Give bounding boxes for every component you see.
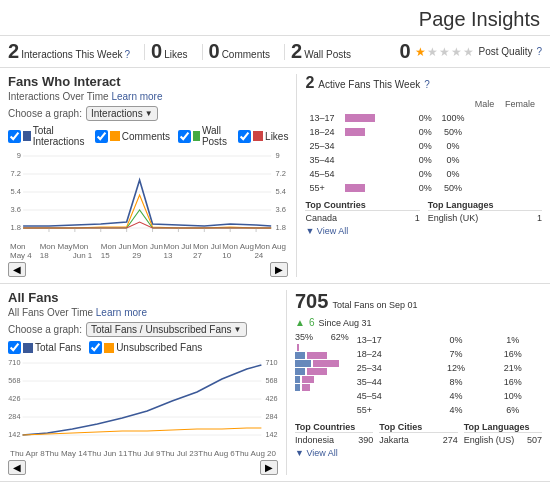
all-age-4554: 45–54 — [355, 390, 427, 402]
page-title: Page Insights — [0, 0, 550, 36]
age-col-header — [307, 98, 341, 110]
interactions-stat: 2 Interactions This Week ? — [8, 40, 130, 63]
all-fans-country-name: Indonesia — [295, 435, 334, 445]
language-count-english: 1 — [537, 213, 542, 223]
legend-total-interactions[interactable]: Total Interactions — [8, 125, 87, 147]
chart-prev-button[interactable]: ◀ — [8, 262, 26, 277]
legend-comments[interactable]: Comments — [95, 130, 170, 143]
all-fans-top-countries: Top Countries Indonesia 390 — [295, 422, 373, 445]
interactions-dropdown[interactable]: Interactions ▼ — [86, 106, 158, 121]
active-fans-count: 2 — [305, 74, 314, 92]
female-pct-4554: 0% — [437, 168, 469, 180]
graph-label: Choose a graph: — [8, 108, 82, 119]
all-female-pct-4554: 10% — [485, 390, 540, 402]
wall-posts-stat: 2 Wall Posts — [291, 40, 351, 63]
all-fans-left: All Fans All Fans Over Time Learn more C… — [8, 290, 278, 475]
female-bar-2534 — [313, 360, 339, 367]
all-fans-top-cities: Top Cities Jakarta 274 — [379, 422, 457, 445]
demo-bar-row-3544 — [295, 368, 349, 375]
fans-interact-left: Fans Who Interact Interactions Over Time… — [8, 74, 288, 277]
all-fans-chart-nav: ◀ ▶ — [8, 460, 278, 475]
legend-wall-posts[interactable]: Wall Posts — [178, 125, 230, 147]
demo-bar-row-1824 — [295, 352, 349, 359]
all-fans-city-row: Jakarta 274 — [379, 435, 457, 445]
active-fans-link[interactable]: ? — [424, 79, 430, 90]
all-fans-learn-more-link[interactable]: Learn more — [96, 307, 147, 318]
all-male-pct-3544: 8% — [429, 376, 484, 388]
male-pct-3544: 0% — [415, 154, 435, 166]
legend-unsubscribed-fans[interactable]: Unsubscribed Fans — [89, 341, 202, 354]
svg-text:3.6: 3.6 — [10, 205, 20, 214]
male-pct-1824: 0% — [415, 126, 435, 138]
comments-stat: 0 Comments — [209, 40, 270, 63]
all-male-pct-55plus: 4% — [429, 404, 484, 416]
fans-learn-more-link[interactable]: Learn more — [111, 91, 162, 102]
all-fans-countries-header: Top Countries — [295, 422, 373, 433]
interactions-count: 2 — [8, 40, 19, 63]
interactions-label: Interactions This Week — [21, 49, 122, 60]
fans-interact-right: 2 Active Fans This Week ? Male Female 13… — [296, 74, 542, 277]
all-fans-languages-header: Top Languages — [464, 422, 542, 433]
demo-row-1824: 18–24 0% 50% — [307, 126, 540, 138]
top-countries-header: Top Countries — [305, 200, 419, 211]
fans-graph-select: Choose a graph: Interactions ▼ — [8, 106, 288, 121]
demo-bar-row-2534 — [295, 360, 349, 367]
all-female-pct-55plus: 6% — [485, 404, 540, 416]
male-pct-2534: 0% — [415, 140, 435, 152]
all-fans-dropdown[interactable]: Total Fans / Unsubscribed Fans ▼ — [86, 322, 247, 337]
female-col-header: Female — [500, 98, 540, 110]
all-fans-inner: All Fans All Fans Over Time Learn more C… — [8, 290, 542, 475]
all-fans-section: All Fans All Fans Over Time Learn more C… — [0, 284, 550, 482]
chart-nav: ◀ ▶ — [8, 262, 288, 277]
all-fans-male-total: 35% — [295, 332, 313, 342]
language-row-english: English (UK) 1 — [428, 213, 542, 223]
female-pct-3544: 0% — [437, 154, 469, 166]
bar-col-header — [343, 98, 468, 110]
divider-3 — [284, 44, 285, 60]
demo-row-55plus: 55+ 0% 50% — [307, 182, 540, 194]
all-female-pct-1317: 1% — [485, 334, 540, 346]
interactions-link[interactable]: ? — [124, 49, 130, 60]
svg-text:9: 9 — [17, 151, 21, 160]
post-quality-link[interactable]: ? — [536, 46, 542, 57]
age-label-3544: 35–44 — [307, 154, 341, 166]
female-pct-1824: 50% — [437, 126, 469, 138]
svg-text:7.2: 7.2 — [275, 169, 285, 178]
all-fans-chart-prev-button[interactable]: ◀ — [8, 460, 26, 475]
divider-2 — [202, 44, 203, 60]
all-fans-title: All Fans — [8, 290, 278, 305]
chart-next-button[interactable]: ▶ — [270, 262, 288, 277]
all-fans-female-total: 62% — [331, 332, 349, 342]
all-fans-dropdown-arrow-icon: ▼ — [234, 325, 242, 334]
svg-text:568: 568 — [8, 377, 20, 385]
chart-x-labels: Mon May 4 Mon May 18 Mon Jun 1 Mon Jun 1… — [8, 242, 288, 260]
svg-text:5.4: 5.4 — [10, 187, 20, 196]
male-bar-55plus — [295, 384, 300, 391]
fans-interact-subtitle: Interactions Over Time Learn more — [8, 91, 288, 102]
all-fans-view-all-link[interactable]: ▼ View All — [295, 448, 542, 458]
all-fans-chart-next-button[interactable]: ▶ — [260, 460, 278, 475]
svg-text:710: 710 — [266, 359, 278, 367]
demo-row-1317: 13–17 0% 100% — [307, 112, 540, 124]
country-language-section: Top Countries Canada 1 Top Languages Eng… — [305, 200, 542, 223]
svg-text:3.6: 3.6 — [275, 205, 285, 214]
all-age-1317: 13–17 — [355, 334, 427, 346]
all-fans-demo-area: 35% 62% — [295, 332, 542, 418]
age-label-2534: 25–34 — [307, 140, 341, 152]
all-female-pct-2534: 21% — [485, 362, 540, 374]
all-fans-demo-row-2534: 25–34 12% 21% — [355, 362, 540, 374]
legend-likes[interactable]: Likes — [238, 130, 288, 143]
active-fans-title: 2 Active Fans This Week ? — [305, 74, 542, 92]
legend-total-fans[interactable]: Total Fans — [8, 341, 81, 354]
all-fans-top-languages: Top Languages English (US) 507 — [464, 422, 542, 445]
demo-bar-row-4554 — [295, 376, 349, 383]
demo-bar-row-55plus — [295, 384, 349, 391]
svg-text:710: 710 — [8, 359, 20, 367]
fans-since-group: ▲ 6 Since Aug 31 — [295, 317, 542, 328]
country-city-lang-section: Top Countries Indonesia 390 Top Cities J… — [295, 422, 542, 445]
fans-since-label: Since Aug 31 — [318, 318, 371, 328]
svg-text:142: 142 — [8, 431, 20, 439]
female-pct-55plus: 50% — [437, 182, 469, 194]
fans-view-all-link[interactable]: ▼ View All — [305, 226, 542, 236]
all-fans-right: 705 Total Fans on Sep 01 ▲ 6 Since Aug 3… — [286, 290, 542, 475]
